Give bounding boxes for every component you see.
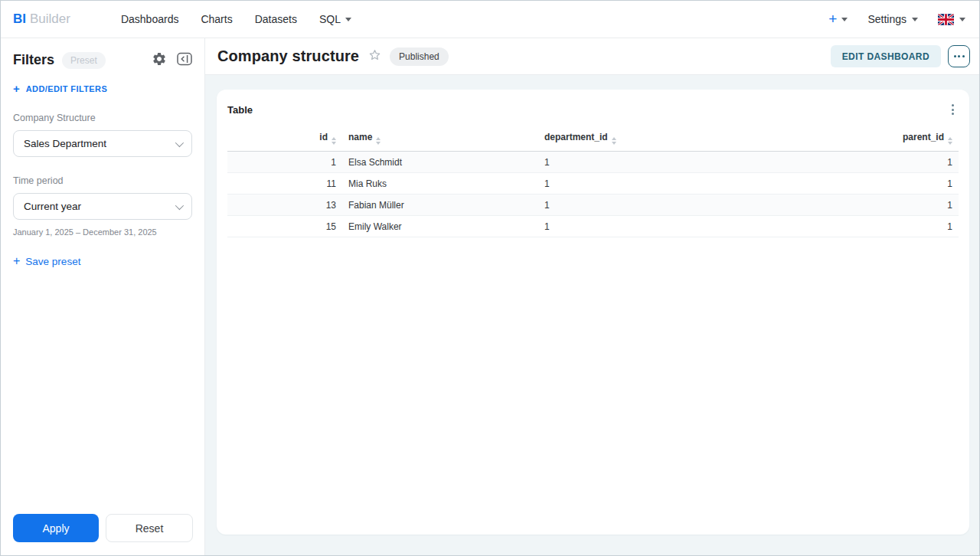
table-cell: 1 bbox=[227, 152, 342, 173]
top-navbar: BI Builder DashboardsChartsDatasetsSQL +… bbox=[1, 1, 979, 38]
nav-item-label: Charts bbox=[201, 13, 232, 25]
column-label: id bbox=[319, 132, 328, 142]
status-badge: Published bbox=[390, 47, 449, 66]
filter-settings-button[interactable] bbox=[152, 51, 167, 69]
collapse-sidebar-button[interactable] bbox=[177, 52, 192, 68]
table-cell: 1 bbox=[828, 216, 959, 237]
select-value: Current year bbox=[24, 201, 81, 212]
column-label: name bbox=[348, 132, 372, 142]
sort-icon bbox=[332, 137, 336, 145]
table-cell: Elsa Schmidt bbox=[342, 152, 538, 173]
reset-button[interactable]: Reset bbox=[106, 514, 193, 542]
table-row: 1Elsa Schmidt11 bbox=[227, 152, 959, 173]
filter-select-time-period[interactable]: Current year bbox=[13, 193, 192, 220]
table-cell: 1 bbox=[828, 173, 959, 195]
table-cell: 15 bbox=[227, 216, 342, 237]
dashboard-canvas: Table idnamedepartment_idparent_id 1Elsa… bbox=[205, 75, 979, 555]
column-header-parent_id[interactable]: parent_id bbox=[828, 128, 959, 152]
logo-secondary: Builder bbox=[30, 11, 70, 27]
chevron-down-icon bbox=[175, 201, 184, 209]
table-cell: 1 bbox=[538, 195, 828, 216]
filters-title: Filters bbox=[13, 52, 54, 68]
preset-badge: Preset bbox=[62, 52, 106, 69]
filter-groups: Company StructureSales DepartmentTime pe… bbox=[13, 113, 192, 237]
filter-hint: January 1, 2025 – December 31, 2025 bbox=[13, 227, 192, 237]
language-menu-button[interactable] bbox=[938, 14, 965, 25]
logo-primary: BI bbox=[13, 11, 26, 27]
table-cell: Fabian Müller bbox=[342, 195, 538, 216]
save-preset-label: Save preset bbox=[25, 256, 80, 267]
app-window: BI Builder DashboardsChartsDatasetsSQL +… bbox=[0, 0, 980, 556]
table-row: 13Fabian Müller11 bbox=[227, 195, 959, 216]
collapse-panel-icon bbox=[177, 52, 192, 68]
column-label: parent_id bbox=[903, 132, 944, 142]
column-header-name[interactable]: name bbox=[342, 128, 538, 152]
filter-group: Company StructureSales Department bbox=[13, 113, 192, 157]
plus-icon: + bbox=[828, 11, 837, 26]
favorite-star-button[interactable] bbox=[368, 48, 382, 65]
table-cell: 1 bbox=[828, 152, 959, 173]
settings-menu-button[interactable]: Settings bbox=[867, 13, 918, 25]
more-actions-button[interactable] bbox=[948, 45, 970, 67]
sidebar-footer: Apply Reset bbox=[13, 514, 193, 542]
table-row: 15Emily Walker11 bbox=[227, 216, 959, 237]
column-header-id[interactable]: id bbox=[227, 128, 342, 152]
edit-dashboard-button[interactable]: EDIT DASHBOARD bbox=[831, 45, 941, 67]
dashboard-header: Company structure Published EDIT DASHBOA… bbox=[205, 38, 979, 75]
column-header-department_id[interactable]: department_id bbox=[538, 128, 828, 152]
filter-select-company-structure[interactable]: Sales Department bbox=[13, 130, 192, 157]
app-logo[interactable]: BI Builder bbox=[13, 11, 70, 27]
nav-item-dashboards[interactable]: Dashboards bbox=[121, 13, 179, 25]
filter-label: Company Structure bbox=[13, 113, 192, 123]
sort-icon bbox=[612, 137, 616, 145]
gear-icon bbox=[152, 51, 167, 69]
main-area: Company structure Published EDIT DASHBOA… bbox=[205, 38, 979, 555]
nav-item-label: Dashboards bbox=[121, 13, 179, 25]
add-menu-button[interactable]: + bbox=[828, 13, 848, 26]
table-cell: Emily Walker bbox=[342, 216, 538, 237]
chevron-down-icon bbox=[959, 18, 965, 21]
table-cell: 1 bbox=[538, 216, 828, 237]
table-cell: 1 bbox=[538, 173, 828, 195]
filter-label: Time period bbox=[13, 175, 192, 186]
nav-item-label: Datasets bbox=[255, 13, 297, 25]
filter-group: Time periodCurrent yearJanuary 1, 2025 –… bbox=[13, 175, 192, 237]
table-cell: 13 bbox=[227, 195, 342, 216]
star-icon bbox=[368, 48, 382, 65]
table-cell: 11 bbox=[227, 173, 342, 195]
chevron-down-icon bbox=[841, 18, 848, 21]
nav-item-datasets[interactable]: Datasets bbox=[255, 13, 297, 25]
kebab-vertical-icon bbox=[952, 104, 954, 115]
plus-icon: + bbox=[13, 255, 20, 267]
table-header-row: idnamedepartment_idparent_id bbox=[227, 128, 959, 152]
filters-sidebar: Filters Preset bbox=[1, 38, 205, 555]
plus-icon: + bbox=[13, 83, 20, 94]
apply-button[interactable]: Apply bbox=[13, 514, 99, 542]
table-cell: Mia Ruks bbox=[342, 173, 538, 195]
settings-label: Settings bbox=[867, 13, 906, 25]
table-row: 11Mia Ruks11 bbox=[227, 173, 959, 195]
save-preset-link[interactable]: + Save preset bbox=[13, 255, 192, 267]
navbar-items: DashboardsChartsDatasetsSQL bbox=[121, 13, 351, 25]
chevron-down-icon bbox=[912, 18, 918, 21]
add-edit-filters-label: ADD/EDIT FILTERS bbox=[26, 84, 107, 93]
uk-flag-icon bbox=[938, 14, 954, 25]
chevron-down-icon bbox=[175, 138, 184, 146]
navbar-right: + Settings bbox=[828, 13, 965, 26]
table-widget-card: Table idnamedepartment_idparent_id 1Elsa… bbox=[217, 90, 969, 535]
chevron-down-icon bbox=[345, 18, 351, 21]
table-cell: 1 bbox=[538, 152, 828, 173]
sort-icon bbox=[948, 137, 952, 145]
ellipsis-icon bbox=[954, 55, 965, 57]
widget-title: Table bbox=[227, 104, 253, 116]
sidebar-header: Filters Preset bbox=[13, 51, 192, 69]
widget-menu-button[interactable] bbox=[947, 101, 959, 118]
select-value: Sales Department bbox=[24, 138, 106, 149]
table-cell: 1 bbox=[828, 195, 959, 216]
nav-item-sql[interactable]: SQL bbox=[319, 13, 351, 25]
nav-item-charts[interactable]: Charts bbox=[201, 13, 232, 25]
nav-item-label: SQL bbox=[319, 13, 341, 25]
add-edit-filters-link[interactable]: + ADD/EDIT FILTERS bbox=[13, 83, 192, 94]
sort-icon bbox=[376, 137, 381, 145]
column-label: department_id bbox=[544, 132, 608, 142]
